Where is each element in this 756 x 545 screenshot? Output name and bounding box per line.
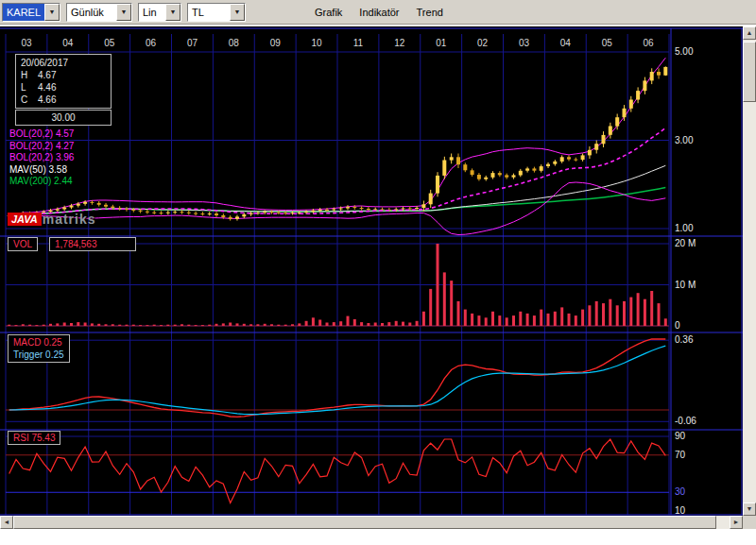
toolbar: KAREL ▼ Günlük ▼ Lin ▼ TL ▼ Grafik Indik…: [0, 0, 756, 25]
mav50-label: MAV(50) 3.58: [9, 164, 74, 177]
currency-combo-value: TL: [188, 4, 230, 21]
param-box: 30.00: [15, 110, 112, 126]
scroll-right-icon[interactable]: ►: [730, 516, 743, 529]
close-label: C: [21, 94, 38, 106]
scrollbar-corner: [743, 516, 756, 529]
svg-text:04: 04: [62, 38, 74, 48]
chart-area: 030405060708091011120102030405065.003.00…: [0, 26, 743, 516]
vertical-scrollbar[interactable]: ▲ ▼: [743, 26, 756, 516]
svg-text:30: 30: [675, 486, 686, 497]
low-value: 4.46: [38, 81, 56, 94]
info-date: 20/06/2017: [21, 57, 106, 69]
low-label: L: [21, 81, 38, 94]
high-value: 4.67: [38, 69, 56, 81]
scroll-down-icon[interactable]: ▼: [743, 502, 756, 516]
svg-text:12: 12: [394, 38, 405, 48]
svg-text:10 M: 10 M: [675, 280, 696, 290]
period-combo-chevron-down-icon[interactable]: ▼: [116, 4, 131, 21]
svg-text:04: 04: [560, 38, 572, 48]
menu-indikator[interactable]: Indikatör: [351, 4, 407, 21]
svg-text:08: 08: [229, 38, 240, 48]
high-label: H: [21, 69, 38, 81]
svg-text:11: 11: [353, 38, 364, 48]
bol-middle-label: BOL(20,2) 4.27: [9, 141, 74, 153]
scroll-left-icon[interactable]: ◄: [0, 516, 13, 529]
svg-text:05: 05: [602, 38, 613, 48]
scroll-up-icon[interactable]: ▲: [743, 26, 756, 40]
macd-label: MACD 0.25: [13, 336, 64, 349]
svg-text:09: 09: [270, 38, 282, 48]
rsi-label: RSI 75.43: [8, 431, 60, 445]
period-combo[interactable]: Günlük ▼: [66, 3, 132, 22]
logo-matriks: matriks: [43, 212, 96, 227]
svg-text:05: 05: [104, 38, 115, 48]
svg-text:01: 01: [436, 38, 447, 48]
indicator-labels: BOL(20,2) 4.57 BOL(20,2) 4.27 BOL(20,2) …: [9, 128, 74, 188]
volume-label: VOL: [8, 237, 38, 251]
javamatriks-logo: JAVA matriks: [8, 212, 96, 227]
menubar: Grafik Indikatör Trend: [306, 4, 452, 21]
horizontal-scroll-thumb[interactable]: [13, 516, 716, 529]
svg-text:07: 07: [187, 38, 198, 48]
ohlc-info-box: 20/06/2017 H4.67 L4.46 C4.66: [15, 54, 112, 109]
svg-text:03: 03: [519, 38, 530, 48]
bol-upper-label: BOL(20,2) 4.57: [9, 128, 74, 141]
macd-label-box: MACD 0.25 Trigger 0.25: [8, 334, 70, 363]
vertical-scroll-thumb[interactable]: [743, 42, 756, 102]
volume-value: 1,784,563: [49, 237, 136, 251]
period-combo-value: Günlük: [67, 4, 116, 21]
logo-java: JAVA: [8, 213, 42, 226]
currency-combo[interactable]: TL ▼: [187, 3, 246, 22]
svg-text:20 M: 20 M: [675, 238, 696, 248]
scale-combo-value: Lin: [139, 4, 165, 21]
svg-text:-0.06: -0.06: [675, 416, 696, 426]
scale-combo[interactable]: Lin ▼: [138, 3, 181, 22]
svg-text:5.00: 5.00: [675, 46, 694, 57]
svg-text:03: 03: [21, 38, 32, 48]
horizontal-scrollbar[interactable]: ◄ ►: [0, 516, 743, 529]
svg-text:0.36: 0.36: [675, 334, 694, 345]
svg-text:10: 10: [312, 38, 323, 48]
mav200-label: MAV(200) 2.44: [9, 176, 74, 188]
svg-text:70: 70: [675, 450, 686, 460]
svg-text:1.00: 1.00: [675, 223, 694, 233]
symbol-combo-chevron-down-icon[interactable]: ▼: [44, 4, 60, 21]
macd-trigger-label: Trigger 0.25: [13, 349, 64, 361]
bol-lower-label: BOL(20,2) 3.96: [9, 152, 74, 164]
close-value: 4.66: [38, 94, 56, 106]
svg-text:90: 90: [675, 431, 686, 441]
currency-combo-chevron-down-icon[interactable]: ▼: [230, 4, 245, 21]
menu-trend[interactable]: Trend: [408, 4, 452, 21]
symbol-combo-value: KAREL: [3, 4, 44, 21]
svg-text:0: 0: [675, 320, 680, 331]
symbol-combo[interactable]: KAREL ▼: [2, 3, 60, 22]
svg-text:06: 06: [644, 38, 655, 48]
svg-text:3.00: 3.00: [675, 135, 694, 145]
svg-text:10: 10: [675, 505, 686, 516]
menu-grafik[interactable]: Grafik: [306, 4, 351, 21]
svg-text:02: 02: [477, 38, 489, 48]
scale-combo-chevron-down-icon[interactable]: ▼: [165, 4, 180, 21]
svg-text:06: 06: [146, 38, 157, 48]
